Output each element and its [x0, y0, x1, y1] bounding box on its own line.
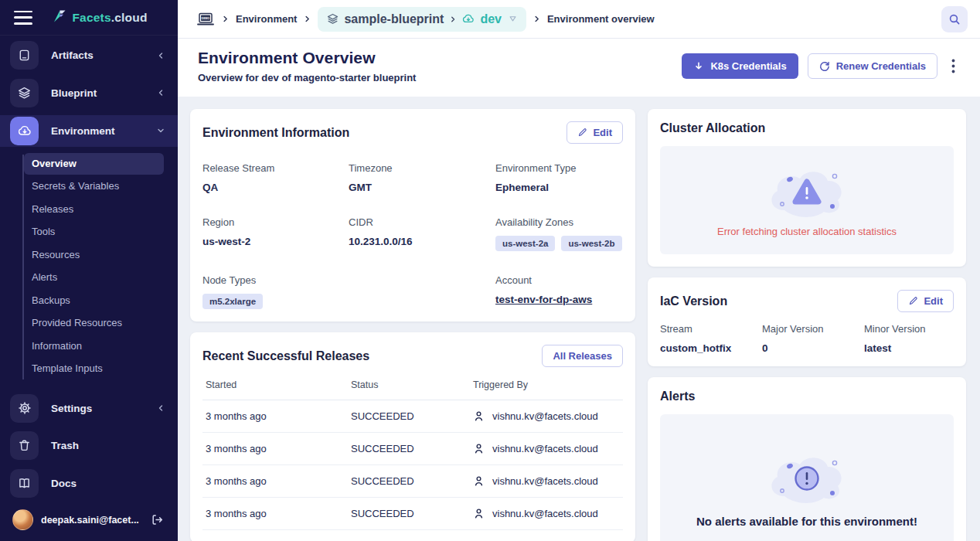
column-header-status: Status	[351, 379, 473, 390]
chevron-left-icon	[156, 51, 165, 60]
column-header-triggered-by: Triggered By	[473, 379, 620, 390]
edit-environment-button[interactable]: Edit	[567, 121, 623, 144]
sidebar-item-label: Artifacts	[51, 49, 156, 61]
sidebar-item-label: Trash	[51, 440, 165, 451]
sidebar-subitem-backups[interactable]: Backups	[24, 290, 164, 311]
environment-submenu: Overview Secrets & Variables Releases To…	[0, 147, 178, 389]
page-subtitle: Overview for dev of magento-starter blue…	[198, 72, 416, 83]
sidebar-subitem-overview[interactable]: Overview	[24, 153, 164, 175]
breadcrumb-environment[interactable]: Environment	[236, 13, 297, 25]
sidebar-subitem-resources[interactable]: Resources	[24, 244, 164, 266]
dropdown-caret-icon[interactable]	[509, 15, 517, 22]
sidebar-subitem-secrets-variables[interactable]: Secrets & Variables	[24, 175, 164, 197]
field-account: Account test-env-for-dp-aws	[495, 274, 623, 309]
k8s-credentials-button[interactable]: K8s Credentials	[682, 53, 798, 79]
person-icon	[473, 443, 485, 454]
table-row[interactable]: 3 months ago SUCCEEDED vishnu.kv@facets.…	[202, 498, 623, 530]
renew-credentials-button[interactable]: Renew Credentials	[808, 53, 937, 79]
sidebar-item-environment[interactable]: Environment	[0, 115, 178, 147]
sidebar-subitem-template-inputs[interactable]: Template Inputs	[24, 358, 164, 379]
chevron-left-icon	[156, 88, 165, 97]
hamburger-menu-icon[interactable]	[14, 11, 32, 25]
table-row[interactable]: 3 months ago SUCCEEDED vishnu.kv@facets.…	[202, 465, 623, 498]
sidebar-subitem-tools[interactable]: Tools	[24, 221, 164, 243]
card-title: Recent Successful Releases	[202, 349, 369, 363]
avatar	[12, 509, 33, 530]
search-button[interactable]	[941, 6, 968, 32]
release-status: SUCCEEDED	[351, 508, 473, 519]
release-status: SUCCEEDED	[351, 410, 473, 422]
cluster-error-panel: Error fetching cluster allocation statis…	[660, 146, 954, 254]
sidebar-subitem-provided-resources[interactable]: Provided Resources	[24, 312, 164, 334]
field-release-stream: Release Stream QA	[202, 162, 349, 193]
card-title: Environment Information	[202, 126, 349, 140]
account-link[interactable]: test-env-for-dp-aws	[495, 294, 623, 305]
release-status: SUCCEEDED	[351, 475, 473, 487]
demo-laptop-icon: DEMO	[196, 12, 215, 27]
table-row[interactable]: 3 months ago SUCCEEDED vishnu.kv@facets.…	[202, 433, 623, 465]
facets-logo[interactable]: Facets.cloud	[32, 9, 167, 26]
breadcrumb-chevron-icon	[221, 15, 230, 23]
main-area: DEMO Environment sample-blueprint	[178, 0, 980, 541]
chevron-left-icon	[156, 403, 165, 413]
sidebar-item-trash[interactable]: Trash	[0, 430, 178, 461]
sidebar-item-settings[interactable]: Settings	[0, 393, 178, 424]
chevron-down-icon	[156, 126, 165, 135]
field-node-types: Node Types m5.2xlarge	[202, 274, 349, 309]
release-started: 3 months ago	[206, 410, 351, 422]
gear-icon	[10, 394, 39, 423]
breadcrumb-blueprint[interactable]: sample-blueprint	[344, 12, 444, 26]
logout-icon[interactable]	[151, 513, 164, 526]
all-releases-button[interactable]: All Releases	[542, 345, 623, 367]
person-icon	[473, 410, 485, 422]
page-header: Environment Overview Overview for dev of…	[178, 39, 980, 97]
sidebar-subitem-alerts[interactable]: Alerts	[24, 267, 164, 288]
recent-releases-card: Recent Successful Releases All Releases …	[190, 332, 635, 541]
pencil-icon	[908, 296, 918, 306]
card-title: Alerts	[660, 390, 695, 403]
field-cidr: CIDR 10.231.0.0/16	[349, 216, 495, 251]
sidebar-item-label: Docs	[51, 478, 165, 489]
release-triggered-by: vishnu.kv@facets.cloud	[473, 508, 620, 519]
sidebar-item-docs[interactable]: Docs	[0, 468, 178, 499]
sidebar-item-label: Environment	[51, 125, 156, 137]
release-triggered-by: vishnu.kv@facets.cloud	[473, 410, 620, 422]
sidebar-item-blueprint[interactable]: Blueprint	[0, 77, 178, 109]
field-environment-type: Environment Type Ephemeral	[495, 162, 623, 193]
docs-book-icon	[10, 469, 39, 498]
release-started: 3 months ago	[206, 443, 351, 454]
edit-iac-button[interactable]: Edit	[897, 290, 954, 312]
submenu-rail	[22, 155, 24, 379]
user-account-row[interactable]: deepak.saini@facet...	[0, 502, 178, 541]
field-iac-minor: Minor Version latest	[864, 323, 954, 354]
no-alerts-cloud-illustration	[761, 448, 852, 510]
breadcrumb-page: Environment overview	[547, 13, 655, 25]
iac-version-card: IaC Version Edit Stream custom_hotfix	[648, 277, 966, 366]
breadcrumb-context-pill[interactable]: sample-blueprint dev	[318, 7, 526, 32]
table-row[interactable]: 3 months ago SUCCEEDED vishnu.kv@facets.…	[202, 400, 623, 433]
pill-chevron-icon	[449, 12, 457, 26]
layers-icon	[327, 13, 339, 25]
user-email: deepak.saini@facet...	[41, 515, 143, 526]
release-status: SUCCEEDED	[351, 443, 473, 454]
sidebar-subitem-releases[interactable]: Releases	[24, 199, 164, 220]
node-type-chip: m5.2xlarge	[202, 294, 263, 309]
breadcrumb-environment-name[interactable]: dev	[480, 12, 502, 26]
column-header-started: Started	[206, 379, 351, 390]
alerts-card: Alerts	[648, 377, 966, 541]
sidebar-subitem-information[interactable]: Information	[24, 335, 164, 357]
content-area: Environment Information Edit Release Str…	[178, 97, 980, 541]
release-started: 3 months ago	[206, 508, 351, 519]
field-availability-zones: Availability Zones us-west-2a us-west-2b	[495, 216, 623, 251]
refresh-icon	[819, 61, 830, 72]
card-title: IaC Version	[660, 294, 727, 308]
field-iac-major: Major Version 0	[762, 323, 864, 354]
sidebar-item-artifacts[interactable]: Artifacts	[0, 39, 178, 71]
cluster-allocation-card: Cluster Allocation	[648, 109, 966, 267]
environment-information-card: Environment Information Edit Release Str…	[190, 109, 635, 322]
sidebar-item-label: Settings	[51, 403, 156, 414]
kebab-menu-icon[interactable]	[947, 57, 960, 75]
release-started: 3 months ago	[206, 475, 351, 487]
svg-text:DEMO: DEMO	[202, 16, 210, 19]
error-cloud-illustration	[761, 164, 852, 223]
